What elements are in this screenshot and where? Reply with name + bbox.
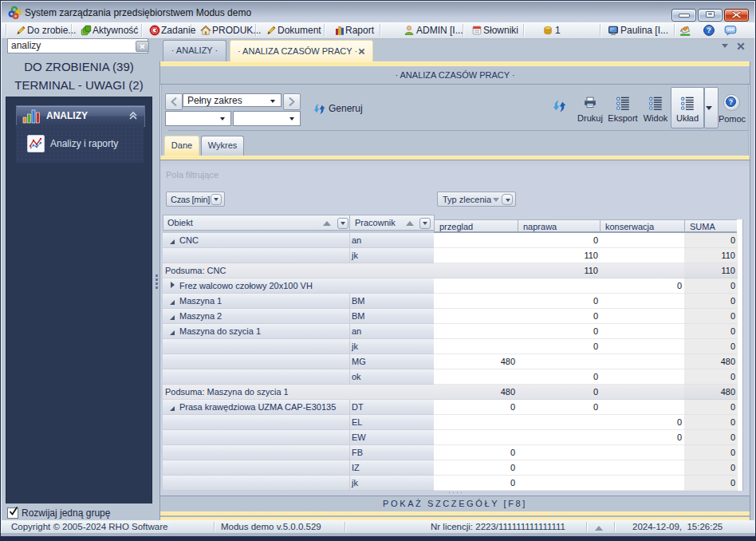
svg-text:?: ? [729,98,733,106]
svg-text:?: ? [707,26,711,34]
